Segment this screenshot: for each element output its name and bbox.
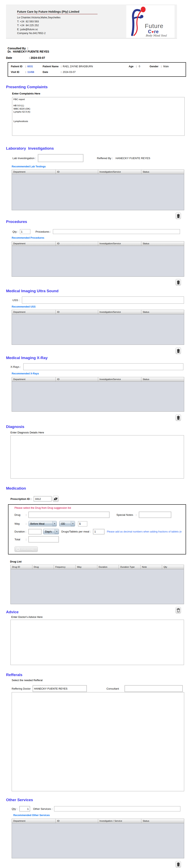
colon: : xyxy=(25,71,26,73)
procedures-input[interactable] xyxy=(53,229,180,234)
decimal-note: Please add as decimal numbers when addin… xyxy=(107,530,182,533)
col-header-department: Department xyxy=(12,310,56,314)
add-drug-panel: Please select the Drug from Drug suggess… xyxy=(8,504,186,554)
col-header-status: Status xyxy=(141,310,184,314)
delete-xray-list-button[interactable] xyxy=(176,414,181,421)
colon: : xyxy=(161,65,162,68)
duration-type-select[interactable]: Day/s ▼ xyxy=(43,529,59,534)
logo-word-care: C♥re xyxy=(148,29,159,34)
medication-title: Medication xyxy=(6,486,187,491)
gender-value: Male xyxy=(163,65,169,68)
procedures-recommendations-table: Department ID Investigation/Service Stat… xyxy=(12,241,184,277)
patient-info-box: Patient ID : 6031 Patient Name : RAEL ZA… xyxy=(8,62,186,77)
delete-other-services-list-button[interactable] xyxy=(176,861,181,868)
xray-title: Medical Imaging X-Ray xyxy=(6,356,187,360)
refresh-prescription-id-button[interactable] xyxy=(53,496,59,502)
trash-icon xyxy=(177,416,180,420)
logo-swoosh-icon xyxy=(128,6,147,37)
lab-investigation-input[interactable] xyxy=(38,154,83,162)
col-header-drug-id: Drug ID xyxy=(11,565,32,569)
lab-recommendations-table: Department ID Investigation/Service Stat… xyxy=(12,169,184,210)
col-header-status: Status xyxy=(141,377,184,382)
delete-lab-list-button[interactable] xyxy=(176,213,181,219)
recommended-xray-label: Recommended X-Rays xyxy=(12,372,187,375)
col-header-drug: Drug xyxy=(32,565,54,569)
diagnosis-textarea[interactable] xyxy=(10,435,184,478)
uss-label: USS : xyxy=(12,299,20,302)
consult-date-value: 2024-03-07 xyxy=(31,56,45,59)
lab-recommendations-list[interactable] xyxy=(12,174,184,210)
total-input[interactable] xyxy=(29,536,59,542)
drug-suggestion-warning: Please select the Drug from Drug suggess… xyxy=(14,506,186,509)
col-header-department: Department xyxy=(12,170,56,174)
visit-date-value: 2024-03-07 xyxy=(63,71,76,73)
patient-id-label: Patient ID xyxy=(11,65,23,68)
consult-date-row: Date : 2024-03-07 xyxy=(6,56,187,59)
reffering-doctor-input[interactable] xyxy=(33,685,87,692)
per-meal-input[interactable] xyxy=(93,529,104,534)
delete-procedures-list-button[interactable] xyxy=(176,279,181,286)
other-services-recommendations-table: Department ID Investigation / Service St… xyxy=(12,819,184,858)
other-services-recommendations-list[interactable] xyxy=(12,823,184,858)
company-email: E: jude@future.sc xyxy=(17,27,98,31)
refferal-list-box[interactable] xyxy=(12,692,184,791)
procedures-recommendations-list[interactable] xyxy=(12,246,184,277)
recommended-lab-label: Recommended Lab Testings xyxy=(12,165,187,168)
complaints-sub-label: Enter Complaints Here xyxy=(12,92,187,95)
prescription-id-input[interactable] xyxy=(34,496,51,501)
col-header-duration-type: Duration Type xyxy=(119,565,141,569)
colon: : xyxy=(25,65,26,68)
xray-recommendations-table: Department ID Investigation/Service Stat… xyxy=(12,377,184,412)
delete-uss-list-button[interactable] xyxy=(176,348,181,354)
diagnosis-title: Diagnosis xyxy=(6,425,187,429)
other-services-input[interactable] xyxy=(54,806,180,811)
duration-input[interactable] xyxy=(29,529,41,534)
col-header-department: Department xyxy=(12,242,56,246)
special-notes-input[interactable] xyxy=(139,512,171,518)
way-qty-input[interactable] xyxy=(78,521,87,526)
consult-date-label: Date xyxy=(6,56,28,59)
xray-label: X-Rays : xyxy=(10,365,21,368)
procedures-qty-input[interactable] xyxy=(20,229,30,234)
way-meal-select[interactable]: Before Meal ▼ xyxy=(29,521,57,526)
xray-input[interactable] xyxy=(23,363,183,370)
company-header: Future Care by Future Holdings (Pty) Lim… xyxy=(6,4,177,39)
table-header-row: Drug ID Drug Fequency Way Duration Durat… xyxy=(11,565,184,569)
col-header-department: Department xyxy=(12,819,56,823)
gender-label: Gender xyxy=(150,65,158,68)
patient-id-value: 6031 xyxy=(27,65,33,68)
col-header-id: ID xyxy=(56,170,98,174)
uss-input[interactable] xyxy=(22,297,184,304)
add-drug-button[interactable]: + Add Drug xyxy=(14,547,38,552)
complaints-textarea[interactable]: FBC report HB 9.9 (L) WBC 8220 (OK) Lymp… xyxy=(12,97,185,136)
col-header-investigation: Investigation/Service xyxy=(98,377,141,382)
add-drug-label: Add Drug xyxy=(21,548,34,551)
col-header-id: ID xyxy=(56,819,98,823)
future-care-logo: Future C♥re Body Mind Soul xyxy=(126,5,175,38)
xray-recommendations-list[interactable] xyxy=(12,382,184,411)
uss-recommendations-list[interactable] xyxy=(12,314,184,345)
consultant-input[interactable] xyxy=(125,685,183,692)
heart-icon: ♥ xyxy=(152,30,154,34)
trash-icon xyxy=(177,608,180,612)
plus-icon: + xyxy=(16,548,20,551)
table-header-row: Department ID Investigation/Service Stat… xyxy=(12,377,184,382)
other-qty-input[interactable] xyxy=(20,806,30,811)
colon: : xyxy=(26,538,29,541)
drug-list[interactable] xyxy=(11,569,184,604)
col-header-status: Status xyxy=(141,242,184,246)
way-frequency-select[interactable]: OD ▼ xyxy=(59,521,75,526)
colon: : xyxy=(26,522,29,525)
drug-input[interactable] xyxy=(29,512,109,518)
recommended-other-label: Recommended Other Services xyxy=(13,814,187,817)
delete-drug-list-button[interactable] xyxy=(176,607,181,614)
col-header-note: Note xyxy=(141,565,162,569)
logo-tagline: Body Mind Soul xyxy=(146,34,167,37)
procedures-title: Procedures xyxy=(6,219,187,224)
reffering-doctor-label: Reffering Doctor xyxy=(12,687,31,690)
chevron-down-icon: ▼ xyxy=(71,521,75,526)
other-services-title: Other Services xyxy=(6,798,187,802)
advice-textarea[interactable] xyxy=(10,620,184,665)
procedures-qty-label: Qty : xyxy=(12,230,18,233)
table-header-row: Department ID Investigation/Service Stat… xyxy=(12,170,184,174)
